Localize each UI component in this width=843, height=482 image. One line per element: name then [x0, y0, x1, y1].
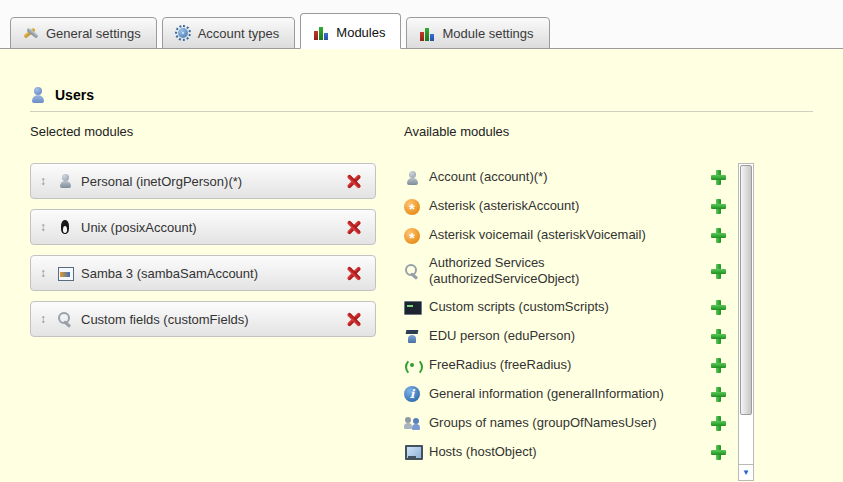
add-module-button[interactable] [711, 445, 726, 460]
available-module-row-account: Account (account)(*) [404, 163, 736, 192]
remove-module-button[interactable] [346, 174, 361, 189]
available-module-row-asterisk: Asterisk (asteriskAccount) [404, 192, 736, 221]
drag-handle-icon[interactable]: ↕ [37, 174, 49, 188]
section-divider [30, 111, 813, 112]
module-label: Groups of names (groupOfNamesUser) [429, 415, 657, 431]
available-module-row-hosts: Hosts (hostObject) [404, 438, 736, 467]
module-label: Asterisk (asteriskAccount) [429, 198, 579, 214]
down-arrow-icon: ▼ [742, 468, 750, 477]
module-label: FreeRadius (freeRadius) [429, 357, 571, 373]
available-modules-body: Account (account)(*) Asterisk (asteriskA… [404, 163, 813, 481]
available-module-row-asterisk-voicemail: Asterisk voicemail (asteriskVoicemail) [404, 221, 736, 250]
add-module-button[interactable] [711, 416, 726, 431]
scroll-down-button[interactable]: ▼ [739, 464, 753, 480]
section-title: Users [55, 87, 94, 103]
drag-handle-icon[interactable]: ↕ [37, 312, 49, 326]
add-module-button[interactable] [711, 387, 726, 402]
chart-icon [313, 24, 329, 40]
add-module-button[interactable] [711, 228, 726, 243]
user-icon [30, 87, 46, 103]
tab-label: Module settings [442, 26, 533, 41]
add-module-button[interactable] [711, 300, 726, 315]
tab-bar: General settings Account types Modules M… [0, 0, 843, 49]
module-label: Asterisk voicemail (asteriskVoicemail) [429, 227, 646, 243]
selected-module-row-unix[interactable]: ↕ Unix (posixAccount) [30, 209, 376, 245]
add-module-button[interactable] [711, 170, 726, 185]
samba-icon [57, 265, 73, 281]
module-label: Custom scripts (customScripts) [429, 299, 609, 315]
person-icon [57, 173, 73, 189]
module-label: Hosts (hostObject) [429, 444, 537, 460]
person-icon [404, 170, 420, 186]
add-module-button[interactable] [711, 329, 726, 344]
selected-module-row-samba[interactable]: ↕ Samba 3 (sambaSamAccount) [30, 255, 376, 291]
tab-general-settings[interactable]: General settings [10, 17, 157, 49]
remove-module-button[interactable] [346, 266, 361, 281]
module-label: Custom fields (customFields) [81, 312, 249, 327]
tab-label: Account types [198, 26, 280, 41]
asterisk-icon [404, 199, 420, 215]
module-label: EDU person (eduPerson) [429, 328, 575, 344]
drag-handle-icon[interactable]: ↕ [37, 220, 49, 234]
module-label: Samba 3 (sambaSamAccount) [81, 266, 258, 281]
scrollbar[interactable]: ▼ [738, 163, 754, 481]
selected-module-row-custom-fields[interactable]: ↕ Custom fields (customFields) [30, 301, 376, 337]
module-label: Personal (inetOrgPerson)(*) [81, 174, 242, 189]
tab-account-types[interactable]: Account types [162, 17, 296, 49]
add-module-button[interactable] [711, 358, 726, 373]
keys-icon [404, 263, 420, 279]
drag-handle-icon[interactable]: ↕ [37, 266, 49, 280]
keys-icon [57, 311, 73, 327]
tab-module-settings[interactable]: Module settings [406, 17, 549, 49]
available-module-row-general-information: General information (generalInformation) [404, 380, 736, 409]
users-section-header: Users [30, 87, 813, 103]
computer-icon [404, 444, 420, 460]
remove-module-button[interactable] [346, 312, 361, 327]
available-module-row-custom-scripts: Custom scripts (customScripts) [404, 293, 736, 322]
available-module-row-groups-of-names: Groups of names (groupOfNamesUser) [404, 409, 736, 438]
available-module-row-edu-person: EDU person (eduPerson) [404, 322, 736, 351]
terminal-icon [404, 299, 420, 315]
available-module-row-authorized-services: Authorized Services (authorizedServiceOb… [404, 250, 736, 293]
selected-modules-column: Selected modules ↕ Personal (inetOrgPers… [30, 124, 376, 481]
group-icon [404, 415, 420, 431]
selected-modules-heading: Selected modules [30, 124, 376, 139]
available-modules-column: Available modules Account (account)(*) A… [404, 124, 813, 481]
graduate-icon [404, 328, 420, 344]
selected-module-row-personal[interactable]: ↕ Personal (inetOrgPerson)(*) [30, 163, 376, 199]
penguin-icon [57, 219, 73, 235]
scrollbar-track[interactable] [739, 416, 753, 464]
tab-modules[interactable]: Modules [300, 13, 401, 49]
scrollbar-thumb[interactable] [740, 165, 752, 415]
module-label: Authorized Services (authorizedServiceOb… [429, 255, 681, 288]
lam-configuration-page: General settings Account types Modules M… [0, 0, 843, 482]
tools-icon [23, 25, 39, 41]
chart-icon [419, 25, 435, 41]
tab-label: General settings [46, 26, 141, 41]
available-modules-heading: Available modules [404, 124, 813, 139]
module-label: Unix (posixAccount) [81, 220, 197, 235]
modules-tab-content: Users Selected modules ↕ Personal (inetO… [0, 87, 843, 481]
add-module-button[interactable] [711, 264, 726, 279]
remove-module-button[interactable] [346, 220, 361, 235]
signal-icon [404, 357, 420, 373]
module-label: General information (generalInformation) [429, 386, 664, 402]
info-icon [404, 386, 420, 402]
module-columns: Selected modules ↕ Personal (inetOrgPers… [30, 124, 813, 481]
gear-icon [175, 25, 191, 41]
add-module-button[interactable] [711, 199, 726, 214]
tab-label: Modules [336, 25, 385, 40]
asterisk-icon [404, 228, 420, 244]
available-modules-list: Account (account)(*) Asterisk (asteriskA… [404, 163, 736, 467]
available-module-row-freeradius: FreeRadius (freeRadius) [404, 351, 736, 380]
module-label: Account (account)(*) [429, 169, 548, 185]
